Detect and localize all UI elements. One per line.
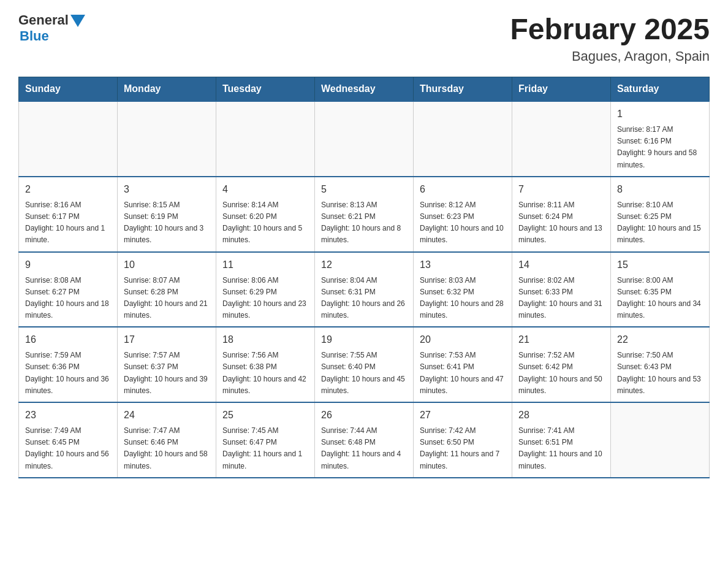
logo-general-text: General	[18, 12, 69, 28]
calendar-cell: 7Sunrise: 8:11 AM Sunset: 6:24 PM Daylig…	[512, 177, 611, 252]
week-row-4: 16Sunrise: 7:59 AM Sunset: 6:36 PM Dayli…	[19, 327, 710, 402]
day-number: 18	[222, 332, 308, 347]
day-number: 11	[222, 258, 308, 272]
day-number: 8	[617, 182, 703, 197]
day-info: Sunrise: 8:06 AM Sunset: 6:29 PM Dayligh…	[222, 275, 308, 322]
day-number: 12	[321, 258, 407, 272]
calendar-cell: 23Sunrise: 7:49 AM Sunset: 6:45 PM Dayli…	[19, 402, 118, 478]
day-number: 22	[617, 332, 703, 347]
calendar-cell: 24Sunrise: 7:47 AM Sunset: 6:46 PM Dayli…	[118, 402, 216, 478]
day-number: 6	[420, 182, 506, 197]
calendar-cell: 22Sunrise: 7:50 AM Sunset: 6:43 PM Dayli…	[611, 327, 710, 402]
day-info: Sunrise: 7:55 AM Sunset: 6:40 PM Dayligh…	[321, 350, 407, 397]
calendar-cell: 3Sunrise: 8:15 AM Sunset: 6:19 PM Daylig…	[118, 177, 216, 252]
title-block: February 2025 Bagues, Aragon, Spain	[510, 12, 710, 64]
calendar-cell: 26Sunrise: 7:44 AM Sunset: 6:48 PM Dayli…	[315, 402, 414, 478]
day-info: Sunrise: 8:17 AM Sunset: 6:16 PM Dayligh…	[617, 124, 703, 171]
page-header: General Blue February 2025 Bagues, Arago…	[18, 12, 710, 64]
calendar-cell: 9Sunrise: 8:08 AM Sunset: 6:27 PM Daylig…	[19, 252, 118, 327]
day-number: 28	[518, 408, 604, 423]
calendar-cell: 27Sunrise: 7:42 AM Sunset: 6:50 PM Dayli…	[414, 402, 512, 478]
day-number: 21	[518, 332, 604, 347]
day-number: 14	[518, 258, 604, 272]
day-info: Sunrise: 7:47 AM Sunset: 6:46 PM Dayligh…	[124, 425, 210, 472]
day-number: 20	[420, 332, 506, 347]
day-number: 16	[25, 332, 111, 347]
calendar-cell: 18Sunrise: 7:56 AM Sunset: 6:38 PM Dayli…	[216, 327, 315, 402]
day-number: 26	[321, 408, 407, 423]
weekday-header-wednesday: Wednesday	[315, 77, 414, 102]
day-info: Sunrise: 7:45 AM Sunset: 6:47 PM Dayligh…	[222, 425, 308, 472]
week-row-5: 23Sunrise: 7:49 AM Sunset: 6:45 PM Dayli…	[19, 402, 710, 478]
calendar-cell: 6Sunrise: 8:12 AM Sunset: 6:23 PM Daylig…	[414, 177, 512, 252]
day-info: Sunrise: 8:16 AM Sunset: 6:17 PM Dayligh…	[25, 199, 111, 247]
calendar-cell: 19Sunrise: 7:55 AM Sunset: 6:40 PM Dayli…	[315, 327, 414, 402]
day-info: Sunrise: 8:07 AM Sunset: 6:28 PM Dayligh…	[124, 275, 210, 322]
day-number: 15	[617, 258, 703, 272]
location-title: Bagues, Aragon, Spain	[510, 48, 710, 64]
day-number: 9	[25, 258, 111, 272]
weekday-header-friday: Friday	[512, 77, 611, 102]
calendar-cell	[216, 101, 315, 177]
day-info: Sunrise: 7:49 AM Sunset: 6:45 PM Dayligh…	[25, 425, 111, 472]
day-info: Sunrise: 8:04 AM Sunset: 6:31 PM Dayligh…	[321, 275, 407, 322]
calendar-cell: 14Sunrise: 8:02 AM Sunset: 6:33 PM Dayli…	[512, 252, 611, 327]
calendar-cell	[512, 101, 611, 177]
calendar-table: SundayMondayTuesdayWednesdayThursdayFrid…	[18, 77, 710, 478]
day-info: Sunrise: 7:53 AM Sunset: 6:41 PM Dayligh…	[420, 350, 506, 397]
day-number: 3	[124, 182, 210, 197]
calendar-cell	[118, 101, 216, 177]
calendar-cell: 20Sunrise: 7:53 AM Sunset: 6:41 PM Dayli…	[414, 327, 512, 402]
day-info: Sunrise: 8:11 AM Sunset: 6:24 PM Dayligh…	[518, 199, 604, 247]
logo-triangle-icon	[70, 15, 85, 27]
day-info: Sunrise: 8:00 AM Sunset: 6:35 PM Dayligh…	[617, 275, 703, 322]
day-info: Sunrise: 8:10 AM Sunset: 6:25 PM Dayligh…	[617, 199, 703, 247]
day-number: 10	[124, 258, 210, 272]
day-info: Sunrise: 8:12 AM Sunset: 6:23 PM Dayligh…	[420, 199, 506, 247]
weekday-header-row: SundayMondayTuesdayWednesdayThursdayFrid…	[19, 77, 710, 102]
weekday-header-tuesday: Tuesday	[216, 77, 315, 102]
day-number: 24	[124, 408, 210, 423]
day-number: 27	[420, 408, 506, 423]
calendar-cell: 8Sunrise: 8:10 AM Sunset: 6:25 PM Daylig…	[611, 177, 710, 252]
day-number: 19	[321, 332, 407, 347]
day-info: Sunrise: 7:57 AM Sunset: 6:37 PM Dayligh…	[124, 350, 210, 397]
day-info: Sunrise: 7:42 AM Sunset: 6:50 PM Dayligh…	[420, 425, 506, 472]
day-number: 7	[518, 182, 604, 197]
day-info: Sunrise: 8:14 AM Sunset: 6:20 PM Dayligh…	[222, 199, 308, 247]
calendar-cell: 21Sunrise: 7:52 AM Sunset: 6:42 PM Dayli…	[512, 327, 611, 402]
day-number: 17	[124, 332, 210, 347]
calendar-cell	[611, 402, 710, 478]
day-info: Sunrise: 8:15 AM Sunset: 6:19 PM Dayligh…	[124, 199, 210, 247]
calendar-cell: 13Sunrise: 8:03 AM Sunset: 6:32 PM Dayli…	[414, 252, 512, 327]
weekday-header-saturday: Saturday	[611, 77, 710, 102]
calendar-cell: 1Sunrise: 8:17 AM Sunset: 6:16 PM Daylig…	[611, 101, 710, 177]
logo: General Blue	[18, 12, 85, 44]
calendar-cell	[414, 101, 512, 177]
weekday-header-sunday: Sunday	[19, 77, 118, 102]
logo-blue-text: Blue	[20, 28, 85, 44]
calendar-cell: 2Sunrise: 8:16 AM Sunset: 6:17 PM Daylig…	[19, 177, 118, 252]
day-info: Sunrise: 8:13 AM Sunset: 6:21 PM Dayligh…	[321, 199, 407, 247]
calendar-cell: 28Sunrise: 7:41 AM Sunset: 6:51 PM Dayli…	[512, 402, 611, 478]
month-title: February 2025	[510, 12, 710, 46]
day-number: 23	[25, 408, 111, 423]
calendar-cell: 11Sunrise: 8:06 AM Sunset: 6:29 PM Dayli…	[216, 252, 315, 327]
week-row-2: 2Sunrise: 8:16 AM Sunset: 6:17 PM Daylig…	[19, 177, 710, 252]
day-info: Sunrise: 7:52 AM Sunset: 6:42 PM Dayligh…	[518, 350, 604, 397]
day-number: 5	[321, 182, 407, 197]
day-number: 1	[617, 107, 703, 121]
calendar-cell: 16Sunrise: 7:59 AM Sunset: 6:36 PM Dayli…	[19, 327, 118, 402]
calendar-cell: 25Sunrise: 7:45 AM Sunset: 6:47 PM Dayli…	[216, 402, 315, 478]
calendar-cell: 12Sunrise: 8:04 AM Sunset: 6:31 PM Dayli…	[315, 252, 414, 327]
weekday-header-monday: Monday	[118, 77, 216, 102]
week-row-1: 1Sunrise: 8:17 AM Sunset: 6:16 PM Daylig…	[19, 101, 710, 177]
day-info: Sunrise: 8:08 AM Sunset: 6:27 PM Dayligh…	[25, 275, 111, 322]
day-number: 2	[25, 182, 111, 197]
calendar-cell: 4Sunrise: 8:14 AM Sunset: 6:20 PM Daylig…	[216, 177, 315, 252]
weekday-header-thursday: Thursday	[414, 77, 512, 102]
day-number: 13	[420, 258, 506, 272]
calendar-cell: 5Sunrise: 8:13 AM Sunset: 6:21 PM Daylig…	[315, 177, 414, 252]
day-info: Sunrise: 8:02 AM Sunset: 6:33 PM Dayligh…	[518, 275, 604, 322]
day-number: 25	[222, 408, 308, 423]
